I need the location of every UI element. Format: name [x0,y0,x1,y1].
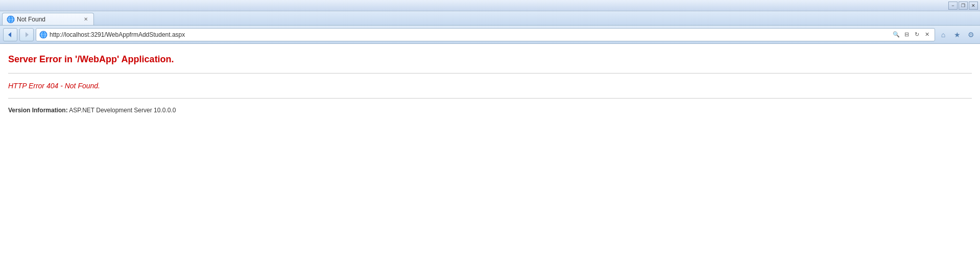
address-favicon-icon [39,31,47,39]
close-button[interactable]: ✕ [969,2,978,10]
address-bar: 🔍 ⊟ ↻ ✕ [36,28,935,41]
favorites-button[interactable]: ★ [951,29,963,41]
stop-button[interactable]: ✕ [922,30,931,39]
version-value: ASP.NET Development Server 10.0.0.0 [69,107,176,114]
svg-marker-7 [26,32,29,37]
compatibility-button[interactable]: ⊟ [902,30,911,39]
home-button[interactable]: ⌂ [937,29,949,41]
version-info: Version Information: ASP.NET Development… [8,107,972,114]
svg-marker-6 [8,32,11,37]
nav-right-buttons: ⌂ ★ ⚙ [937,29,977,41]
server-error-title: Server Error in '/WebApp' Application. [8,54,972,65]
title-bar: − ❐ ✕ [0,0,980,11]
back-button[interactable] [3,28,17,41]
nav-bar: 🔍 ⊟ ↻ ✕ ⌂ ★ ⚙ [0,26,980,44]
search-address-button[interactable]: 🔍 [892,30,901,39]
browser-window: − ❐ ✕ Not Found ✕ [0,0,980,268]
forward-icon [23,31,30,38]
settings-button[interactable]: ⚙ [965,29,977,41]
tab-label: Not Found [17,16,80,23]
tab-bar: Not Found ✕ [0,11,980,26]
address-actions: 🔍 ⊟ ↻ ✕ [892,30,931,39]
forward-button[interactable] [19,28,34,41]
title-bar-controls: − ❐ ✕ [948,2,978,10]
http-error-message: HTTP Error 404 - Not Found. [8,82,972,90]
divider-2 [8,98,972,99]
minimize-button[interactable]: − [948,2,958,10]
page-content: Server Error in '/WebApp' Application. H… [0,44,980,268]
tab-favicon-icon [7,15,15,23]
address-input[interactable] [50,31,890,38]
tab-close-button[interactable]: ✕ [82,16,89,23]
back-icon [7,31,14,38]
refresh-button[interactable]: ↻ [912,30,921,39]
active-tab[interactable]: Not Found ✕ [2,13,94,25]
divider-1 [8,73,972,74]
version-label: Version Information: [8,107,68,114]
restore-button[interactable]: ❐ [959,2,968,10]
